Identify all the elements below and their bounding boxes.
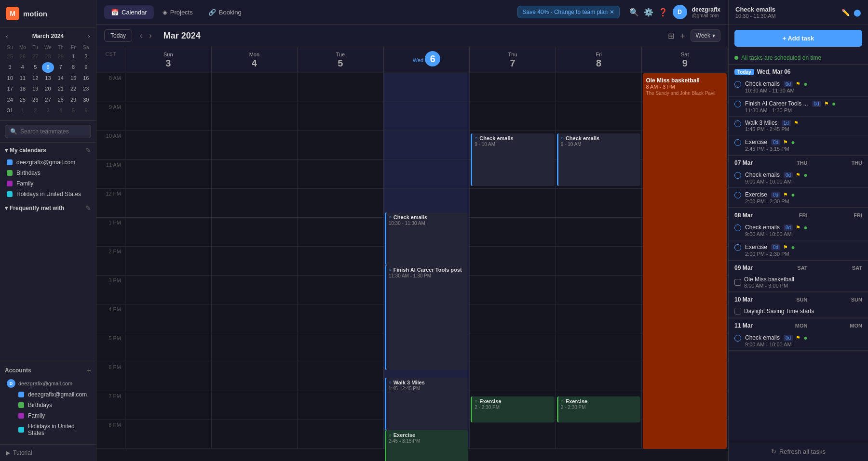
cal-prev-button[interactable]: ‹ <box>137 30 145 41</box>
rp-task-item[interactable]: Check emails0d⚑● 9:00 AM - 10:00 AM <box>729 221 868 240</box>
day-time-cell[interactable] <box>298 391 383 420</box>
edit-calendars-icon[interactable]: ✎ <box>85 146 91 154</box>
event-w3[interactable]: ○Walk 3 Miles1:45 - 2:45 PM <box>385 378 469 430</box>
account-group-header[interactable]: D deezgrafix@gmail.com <box>5 378 91 389</box>
mini-cal-day[interactable]: 15 <box>67 73 79 83</box>
day-time-cell[interactable] <box>298 160 383 189</box>
promo-banner[interactable]: Save 40% - Change to team plan ✕ <box>517 6 620 18</box>
day-time-cell[interactable] <box>298 73 383 102</box>
day-time-cell[interactable] <box>125 247 211 276</box>
rp-task-item[interactable]: Check emails0d⚑● 10:30 AM - 11:30 AM <box>729 77 868 97</box>
mini-cal-day[interactable]: 29 <box>67 95 79 105</box>
search-teammates-container[interactable]: 🔍 <box>5 125 91 138</box>
cal-next-button[interactable]: › <box>146 30 154 41</box>
day-time-cell[interactable] <box>212 362 298 391</box>
day-time-cell[interactable] <box>470 247 556 276</box>
refresh-tasks-button[interactable]: ↻ Refresh all tasks <box>729 442 868 461</box>
calendar-item[interactable]: Family <box>16 410 91 421</box>
day-time-cell[interactable] <box>125 391 211 420</box>
day-time-cell[interactable] <box>212 218 298 247</box>
rp-task-item[interactable]: Check emails0d⚑● 9:00 AM - 10:00 AM <box>729 331 868 351</box>
calendar-item[interactable]: Holidays in United States <box>16 421 91 438</box>
day-time-cell[interactable] <box>212 189 298 218</box>
mini-cal-day[interactable]: 31 <box>4 105 16 116</box>
calendar-item[interactable]: Family <box>5 178 91 189</box>
day-time-cell[interactable] <box>298 247 383 276</box>
today-button[interactable]: Today <box>104 29 132 42</box>
day-time-cell[interactable] <box>125 420 211 449</box>
day-header-thu[interactable]: Thu 7 <box>470 47 556 73</box>
day-header-wed[interactable]: Wed 6 <box>384 47 470 73</box>
event-t1[interactable]: ○Check emails9 - 10 AM <box>471 133 555 186</box>
search-icon-top[interactable]: 🔍 <box>629 8 639 17</box>
mini-cal-day[interactable]: 25 <box>4 52 16 62</box>
day-time-cell[interactable] <box>384 73 470 102</box>
day-time-cell[interactable] <box>125 333 211 362</box>
mini-cal-day[interactable]: 3 <box>4 62 16 72</box>
day-time-cell[interactable] <box>298 131 383 160</box>
day-header-sat[interactable]: Sat 9 <box>642 47 728 73</box>
calendar-item[interactable]: deezgrafix@gmail.com <box>5 157 91 168</box>
day-time-cell[interactable] <box>298 304 383 333</box>
day-time-cell[interactable] <box>384 102 470 131</box>
day-time-cell[interactable] <box>556 73 642 102</box>
rp-task-item[interactable]: Exercise0d⚑● 2:45 PM - 3:15 PM <box>729 135 868 155</box>
status-icon[interactable]: ⬤ <box>854 9 861 16</box>
mini-cal-day[interactable]: 22 <box>67 84 79 94</box>
day-time-cell[interactable] <box>212 391 298 420</box>
mini-cal-day[interactable]: 27 <box>29 52 41 62</box>
rp-task-item[interactable]: Finish AI Career Tools ...0d⚑● 11:30 AM … <box>729 97 868 117</box>
rp-task-item[interactable]: Exercise0d⚑● 2:00 PM - 2:30 PM <box>729 240 868 260</box>
day-header-sun[interactable]: Sun 3 <box>125 47 212 73</box>
rp-cal-event[interactable]: Ole Miss basketball8:00 AM - 3:00 PM <box>729 273 868 292</box>
mini-cal-day[interactable]: 20 <box>42 84 54 94</box>
mini-cal-day[interactable]: 5 <box>29 62 41 72</box>
tab-calendar[interactable]: 📅 Calendar <box>104 5 154 19</box>
day-time-cell[interactable] <box>470 420 556 449</box>
tutorial-button[interactable]: ▶ Tutorial <box>0 444 96 461</box>
day-time-cell[interactable] <box>470 73 556 102</box>
day-time-cell[interactable] <box>125 304 211 333</box>
mini-cal-day[interactable]: 18 <box>16 84 28 94</box>
add-account-button[interactable]: + <box>87 366 91 375</box>
tab-projects[interactable]: ◈ Projects <box>156 5 200 19</box>
mini-cal-day[interactable]: 25 <box>16 95 28 105</box>
day-time-cell[interactable] <box>298 189 383 218</box>
calendar-item[interactable]: Birthdays <box>16 400 91 410</box>
day-time-cell[interactable] <box>125 276 211 304</box>
event-basketball[interactable]: Ole Miss basketball8 AM - 3 PMThe Sandy … <box>643 73 727 449</box>
calendar-item[interactable]: Birthdays <box>5 168 91 178</box>
frequently-met-header[interactable]: ▾ Frequently met with ✎ <box>5 204 91 212</box>
day-time-cell[interactable] <box>384 160 470 189</box>
edit-icon[interactable]: ✏️ <box>841 9 850 16</box>
help-icon[interactable]: ❓ <box>658 8 668 17</box>
day-header-fri[interactable]: Fri 8 <box>556 47 642 73</box>
calendar-item[interactable]: Holidays in United States <box>5 189 91 199</box>
day-time-cell[interactable] <box>556 189 642 218</box>
event-t2[interactable]: ○Exercise2 - 2:30 PM <box>471 396 555 423</box>
day-time-cell[interactable] <box>470 189 556 218</box>
day-time-cell[interactable] <box>298 333 383 362</box>
day-time-cell[interactable] <box>470 362 556 391</box>
mini-cal-day[interactable]: 10 <box>4 73 16 83</box>
mini-cal-day[interactable]: 6 <box>42 62 54 72</box>
mini-cal-day[interactable]: 8 <box>67 62 79 72</box>
event-w2[interactable]: ○Finish AI Career Tools post11:30 AM - 1… <box>385 265 469 370</box>
mini-cal-day[interactable]: 26 <box>29 95 41 105</box>
day-time-cell[interactable] <box>212 333 298 362</box>
mini-cal-day[interactable]: 23 <box>80 84 92 94</box>
mini-cal-day[interactable]: 6 <box>80 105 92 116</box>
mini-cal-day[interactable]: 4 <box>54 105 67 116</box>
add-event-button[interactable]: ＋ <box>678 30 687 41</box>
day-header-mon[interactable]: Mon 4 <box>212 47 298 73</box>
day-time-cell[interactable] <box>298 218 383 247</box>
grid-view-icon[interactable]: ⊞ <box>668 31 674 40</box>
day-time-cell[interactable] <box>298 276 383 304</box>
mini-cal-day[interactable]: 4 <box>16 62 28 72</box>
day-time-cell[interactable] <box>125 102 211 131</box>
event-w4[interactable]: ○Exercise2:45 - 3:15 PM <box>385 430 469 461</box>
rp-sun-event[interactable]: Daylight Saving Time starts <box>729 305 868 318</box>
mini-cal-day[interactable]: 21 <box>54 84 67 94</box>
mini-cal-next[interactable]: › <box>86 32 92 40</box>
mini-cal-day[interactable]: 9 <box>80 62 92 72</box>
